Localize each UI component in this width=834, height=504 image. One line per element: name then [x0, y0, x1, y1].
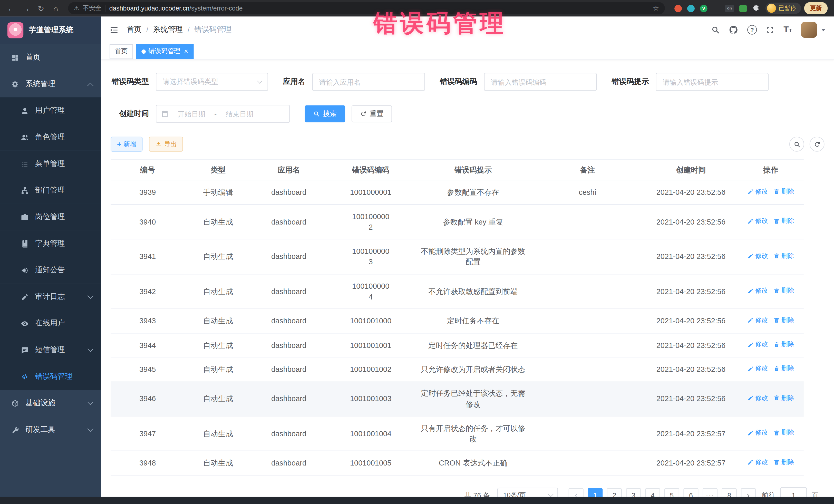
filter-error-hint: 错误码提示	[612, 73, 769, 91]
search-icon	[313, 111, 320, 117]
error-code-input[interactable]	[484, 73, 597, 91]
cell-app: dashboard	[251, 245, 326, 268]
delete-link[interactable]: 删除	[773, 340, 794, 349]
tab-home[interactable]: 首页	[110, 44, 133, 59]
caret-down-icon[interactable]	[821, 28, 826, 31]
export-button-label: 导出	[164, 139, 177, 149]
cell-code: 100100000 2	[326, 204, 415, 239]
sidebar-item-infrastructure[interactable]: 基础设施	[0, 390, 101, 416]
browser-profile-chip[interactable]: 已暂停	[766, 3, 801, 14]
sidebar-item-menu-management[interactable]: 菜单管理	[0, 151, 101, 177]
edit-link[interactable]: 修改	[747, 428, 768, 438]
sidebar-item-notice-announcement[interactable]: 通知公告	[0, 257, 101, 284]
delete-link[interactable]: 删除	[773, 316, 794, 325]
toolbar-right	[789, 137, 825, 152]
sidebar-item-sms-management[interactable]: 短信管理	[0, 337, 101, 364]
filter-row-1: 错误码类型 请选择错误码类型 应用名 错误码编码 错误码提示	[111, 73, 825, 91]
sidebar-item-audit-log[interactable]: 审计日志	[0, 284, 101, 310]
sidebar-item-user-management[interactable]: 用户管理	[0, 97, 101, 124]
search-button-label: 搜索	[323, 109, 337, 118]
edit-link[interactable]: 修改	[747, 217, 768, 226]
add-button[interactable]: + 新增	[111, 137, 143, 152]
cell-app: dashboard	[251, 422, 326, 445]
breadcrumb-system[interactable]: 系统管理	[153, 25, 183, 35]
browser-home-icon[interactable]: ⌂	[49, 0, 63, 17]
sidebar-item-dict-management[interactable]: 字典管理	[0, 230, 101, 257]
browser-update-button[interactable]: 更新	[804, 2, 828, 14]
extension-record-icon[interactable]	[674, 5, 682, 12]
reload-icon[interactable]: ↻	[34, 0, 48, 17]
sidebar-item-online-users[interactable]: 在线用户	[0, 310, 101, 337]
delete-link[interactable]: 删除	[773, 364, 794, 373]
table-row: 3940自动生成dashboard100100000 2参数配置 key 重复2…	[111, 204, 804, 239]
sidebar-item-system-management[interactable]: 系统管理	[0, 71, 101, 97]
edit-link[interactable]: 修改	[747, 187, 768, 196]
sidebar-item-dept-management[interactable]: 部门管理	[0, 177, 101, 204]
sidebar-item-post-management[interactable]: 岗位管理	[0, 204, 101, 231]
pencil-icon	[747, 459, 754, 466]
export-button[interactable]: 导出	[149, 137, 183, 152]
help-icon[interactable]: ?	[747, 25, 757, 35]
error-code-table: 编号类型应用名错误码编码错误码提示备注创建时间操作 3939手动编辑dashbo…	[111, 159, 804, 476]
app-title: 芋道管理系统	[29, 25, 73, 35]
tab-error-code[interactable]: 错误码管理 ×	[136, 44, 194, 59]
delete-link[interactable]: 删除	[773, 393, 794, 403]
breadcrumb-home[interactable]: 首页	[127, 25, 141, 35]
error-type-select[interactable]: 请选择错误码类型	[156, 73, 268, 91]
sidebar-toggle-icon[interactable]	[110, 25, 118, 34]
end-date-input[interactable]	[219, 109, 260, 118]
delete-link[interactable]: 删除	[773, 251, 794, 261]
delete-link[interactable]: 删除	[773, 458, 794, 467]
app-logo[interactable]: 芋道管理系统	[0, 17, 101, 44]
delete-link[interactable]: 删除	[773, 187, 794, 196]
github-icon[interactable]	[729, 25, 738, 35]
edit-link[interactable]: 修改	[747, 286, 768, 295]
edit-link[interactable]: 修改	[747, 458, 768, 467]
extension-pin-icon[interactable]	[687, 5, 695, 12]
edit-link[interactable]: 修改	[747, 340, 768, 349]
extension-grid-icon[interactable]	[712, 5, 720, 12]
app-name-input[interactable]	[312, 73, 425, 91]
cell-created: 2021-04-20 23:52:57	[644, 422, 738, 445]
extensions-puzzle-icon[interactable]	[752, 5, 760, 12]
filter-create-time: 创建时间 -	[111, 105, 290, 123]
active-tab-dot	[141, 49, 146, 53]
toggle-search-button[interactable]	[789, 137, 804, 152]
font-size-icon[interactable]: TT	[784, 25, 792, 34]
extension-green-icon[interactable]	[739, 5, 747, 12]
cell-remark	[531, 285, 644, 298]
filter-row-2: 创建时间 - 搜索 重置	[111, 105, 825, 123]
browser-toolbar: ← → ↻ ⌂ ⚠ 不安全 dashboard.yudao.iocoder.cn…	[0, 0, 834, 17]
user-avatar[interactable]	[801, 22, 817, 38]
bookmark-star-icon[interactable]: ☆	[653, 4, 659, 12]
sidebar-item-role-management[interactable]: 角色管理	[0, 124, 101, 151]
refresh-table-button[interactable]	[810, 137, 825, 152]
edit-link[interactable]: 修改	[747, 393, 768, 403]
extension-on-badge-icon[interactable]: on	[725, 5, 734, 12]
error-hint-input[interactable]	[656, 73, 769, 91]
cell-app: dashboard	[251, 309, 326, 333]
sidebar-item-home[interactable]: 首页	[0, 44, 101, 71]
trash-icon	[773, 366, 780, 372]
sidebar-item-error-code-management[interactable]: 错误码管理	[0, 364, 101, 390]
cell-remark	[531, 457, 644, 469]
search-button[interactable]: 搜索	[305, 105, 345, 122]
sidebar-item-dev-tools[interactable]: 研发工具	[0, 416, 101, 443]
back-icon[interactable]: ←	[4, 0, 18, 17]
delete-link[interactable]: 删除	[773, 428, 794, 438]
forward-icon[interactable]: →	[19, 0, 33, 17]
edit-link[interactable]: 修改	[747, 364, 768, 373]
cell-hint: 定时任务的处理器已经存在	[415, 333, 531, 357]
extension-vue-devtools-icon[interactable]: V	[700, 5, 707, 12]
edit-link[interactable]: 修改	[747, 251, 768, 261]
close-tab-icon[interactable]: ×	[184, 48, 188, 55]
start-date-input[interactable]	[171, 109, 212, 118]
search-icon[interactable]	[711, 25, 720, 34]
date-range-picker[interactable]: -	[156, 105, 290, 123]
fullscreen-icon[interactable]	[766, 25, 774, 34]
delete-link[interactable]: 删除	[773, 286, 794, 295]
delete-link[interactable]: 删除	[773, 217, 794, 226]
edit-link[interactable]: 修改	[747, 316, 768, 325]
reset-button[interactable]: 重置	[352, 105, 392, 122]
address-bar[interactable]: ⚠ 不安全 dashboard.yudao.iocoder.cn/system/…	[68, 2, 665, 14]
